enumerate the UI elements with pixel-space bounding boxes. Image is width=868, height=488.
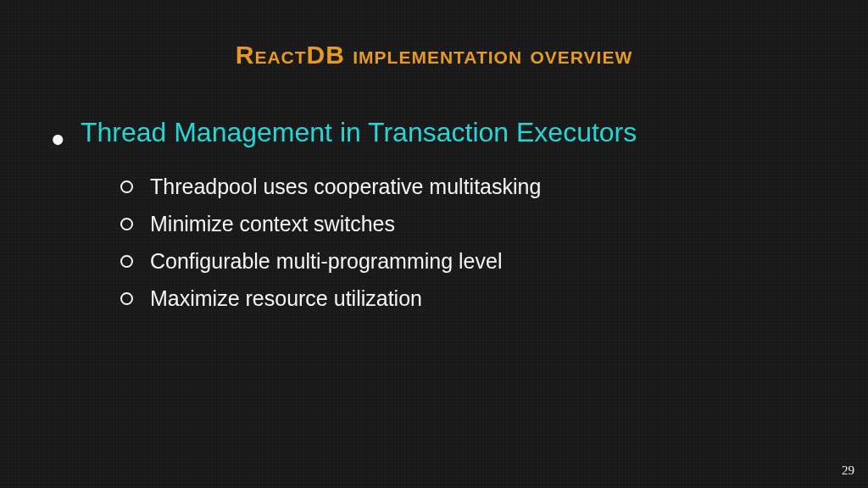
bullet-ring-icon	[120, 218, 133, 230]
bullet-ring-icon	[120, 292, 133, 305]
bullet-main-text: Thread Management in Transaction Executo…	[81, 112, 637, 154]
bullet-main: ● Thread Management in Transaction Execu…	[51, 112, 814, 157]
bullet-dot-icon: ●	[51, 120, 65, 157]
sub-bullet-item: Configurable multi-programming level	[120, 243, 814, 280]
bullet-ring-icon	[120, 180, 133, 193]
page-number: 29	[842, 463, 854, 478]
sub-bullet-text: Minimize context switches	[150, 206, 395, 243]
sub-bullet-text: Configurable multi-programming level	[150, 243, 502, 280]
sub-bullet-text: Maximize resource utilization	[150, 280, 422, 318]
sub-bullet-item: Minimize context switches	[120, 206, 814, 243]
sub-bullet-item: Threadpool uses cooperative multitasking	[120, 169, 814, 206]
sub-bullet-text: Threadpool uses cooperative multitasking	[150, 169, 541, 206]
sub-bullet-list: Threadpool uses cooperative multitasking…	[120, 169, 814, 317]
slide-title: ReactDB implementation overview	[54, 41, 814, 69]
sub-bullet-item: Maximize resource utilization	[120, 280, 814, 318]
slide: ReactDB implementation overview ● Thread…	[0, 0, 868, 488]
bullet-ring-icon	[120, 255, 133, 268]
